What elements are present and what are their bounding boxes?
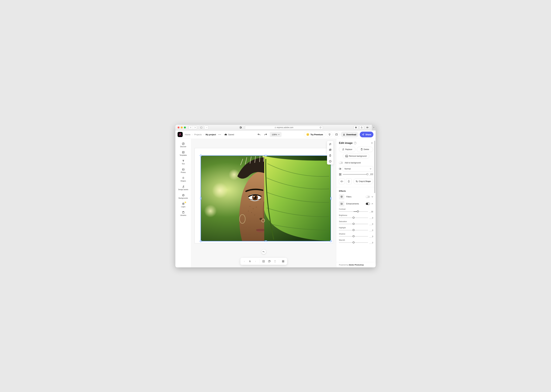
forward-button[interactable] — [193, 126, 197, 129]
enhancements-toggle[interactable] — [366, 203, 370, 205]
sidebar-item-shapes[interactable]: Shapes — [176, 175, 190, 183]
sidebar-dropdown[interactable] — [205, 126, 209, 129]
filters-toggle[interactable] — [366, 196, 370, 198]
svg-point-65 — [341, 203, 342, 203]
share-browser-icon[interactable] — [359, 126, 364, 129]
opacity-value[interactable]: 100 — [369, 173, 373, 175]
crumb-current[interactable]: My project — [206, 133, 216, 136]
downloads-icon[interactable] — [354, 126, 358, 129]
try-premium-button[interactable]: 👑 Try Premium — [304, 132, 325, 137]
crop-shape-button[interactable]: Crop & Shape — [353, 179, 373, 184]
close-window-icon[interactable] — [178, 126, 180, 128]
resize-handle[interactable] — [264, 155, 267, 156]
svg-point-16 — [182, 143, 184, 145]
image-selection[interactable] — [201, 155, 331, 241]
brightness-value[interactable]: 0 — [369, 217, 373, 219]
enhancements-row[interactable]: Enhancements — [339, 201, 373, 206]
replace-button[interactable]: Replace — [339, 147, 356, 152]
sidebar-item-templates[interactable]: Templates — [176, 150, 190, 158]
resize-handle[interactable] — [330, 197, 331, 200]
sidebar-item-text[interactable]: Text — [176, 158, 190, 166]
svg-rect-3 — [275, 127, 276, 128]
artboard[interactable] — [195, 148, 333, 243]
brightness-slider[interactable] — [339, 218, 368, 218]
grid-view-button[interactable] — [281, 259, 286, 264]
crumb-projects[interactable]: Projects — [194, 133, 202, 136]
share-button[interactable]: Share — [360, 132, 373, 137]
add-to-background-toggle[interactable] — [339, 162, 343, 164]
canvas[interactable]: ‹ 1 › — [191, 139, 336, 267]
saturation-slider[interactable] — [339, 224, 368, 224]
prev-page-button: ‹ — [242, 259, 247, 264]
new-tab-button[interactable]: + — [372, 125, 376, 131]
saturation-label: Saturation — [339, 220, 373, 222]
swap-icon[interactable] — [328, 142, 332, 146]
scrollbar[interactable] — [374, 141, 375, 193]
filters-row[interactable]: Filters — [339, 194, 373, 199]
info-icon[interactable] — [328, 160, 332, 163]
sidebar-item-photos[interactable]: Photos — [176, 167, 190, 175]
add-page-button[interactable] — [261, 259, 266, 264]
tabs-icon[interactable] — [365, 126, 370, 129]
warmth-slider[interactable] — [339, 242, 368, 243]
minimize-window-icon[interactable] — [181, 126, 183, 128]
undo-button[interactable] — [256, 132, 262, 137]
edit-image-panel: Edit image ? ✕ Replace Delete Remove bac… — [336, 139, 376, 267]
duplicate-icon[interactable] — [328, 148, 332, 152]
sidebar-item-assets[interactable]: Design assets — [176, 184, 190, 192]
warmth-value[interactable]: 0 — [369, 242, 373, 244]
maximize-window-icon[interactable] — [184, 126, 186, 128]
tips-button[interactable] — [327, 132, 332, 137]
sidebar-item-libraries[interactable]: Libraries — [176, 210, 190, 218]
flip-horizontal-button[interactable] — [339, 179, 345, 184]
adobe-express-logo[interactable] — [178, 132, 183, 137]
flip-vertical-button[interactable] — [346, 179, 352, 184]
help-icon[interactable]: ? — [354, 142, 356, 144]
reader-mode-icon[interactable] — [238, 126, 243, 129]
resize-handle[interactable] — [200, 240, 202, 242]
reset-button[interactable] — [262, 250, 266, 254]
crown-icon: 👑 — [306, 133, 309, 136]
resize-handle[interactable] — [200, 197, 202, 200]
back-button[interactable] — [189, 126, 193, 129]
highlight-value[interactable]: 0 — [369, 229, 373, 231]
reload-icon[interactable] — [320, 126, 321, 128]
more-menu-icon[interactable] — [218, 134, 221, 135]
svg-rect-11 — [368, 128, 368, 128]
resize-handle[interactable] — [330, 240, 332, 242]
redo-button[interactable] — [263, 132, 268, 137]
svg-rect-51 — [283, 261, 284, 262]
saturation-value[interactable]: 0 — [369, 223, 373, 225]
highlight-slider[interactable] — [339, 230, 368, 230]
resize-handle[interactable] — [200, 155, 202, 157]
download-button[interactable]: Download — [341, 132, 358, 137]
address-bar[interactable]: express.adobe.com — [245, 126, 323, 129]
sidebar-toggle[interactable] — [199, 126, 204, 129]
delete-button[interactable]: Delete — [357, 147, 373, 152]
blend-mode-select[interactable]: Normal — [343, 166, 373, 172]
contrast-slider[interactable] — [339, 211, 368, 212]
calendar-button[interactable] — [334, 132, 339, 137]
delete-icon[interactable] — [328, 154, 332, 158]
page-number[interactable]: 1 — [248, 260, 252, 262]
resize-handle[interactable] — [264, 240, 267, 242]
remove-background-button[interactable]: Remove background — [343, 154, 369, 159]
window-controls[interactable] — [178, 126, 186, 128]
opacity-slider[interactable] — [343, 174, 367, 175]
sidebar-item-logos[interactable]: Logos — [176, 201, 190, 209]
shadow-value[interactable]: 0 — [369, 235, 373, 238]
premium-badge-icon — [184, 201, 186, 203]
contrast-value[interactable]: 30 — [369, 211, 373, 213]
chevron-down-icon[interactable] — [371, 196, 373, 197]
close-panel-button[interactable]: ✕ — [371, 141, 373, 145]
svg-point-29 — [229, 169, 240, 180]
selected-image[interactable] — [201, 156, 331, 241]
zoom-dropdown[interactable]: 108% — [270, 132, 281, 137]
shadow-slider[interactable] — [339, 236, 368, 237]
svg-rect-18 — [182, 169, 184, 170]
chevron-up-icon[interactable] — [371, 203, 373, 204]
sidebar-item-backgrounds[interactable]: Backgrounds — [176, 193, 190, 200]
crumb-home[interactable]: Home — [185, 133, 190, 136]
sidebar-item-discover[interactable]: Discover — [176, 141, 190, 149]
duplicate-page-button[interactable] — [267, 259, 272, 264]
